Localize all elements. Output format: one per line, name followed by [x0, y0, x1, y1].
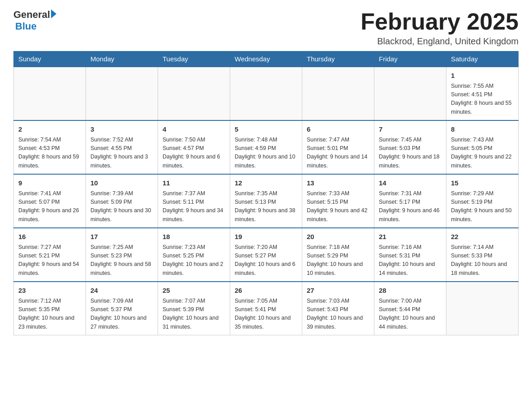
calendar-cell: 18Sunrise: 7:23 AM Sunset: 5:25 PM Dayli… — [158, 228, 230, 282]
calendar-cell: 21Sunrise: 7:16 AM Sunset: 5:31 PM Dayli… — [374, 228, 446, 282]
day-info: Sunrise: 7:12 AM Sunset: 5:35 PM Dayligh… — [18, 297, 81, 332]
calendar-cell: 20Sunrise: 7:18 AM Sunset: 5:29 PM Dayli… — [302, 228, 374, 282]
day-info: Sunrise: 7:45 AM Sunset: 5:03 PM Dayligh… — [379, 136, 442, 171]
calendar-cell: 22Sunrise: 7:14 AM Sunset: 5:33 PM Dayli… — [446, 228, 519, 282]
day-info: Sunrise: 7:23 AM Sunset: 5:25 PM Dayligh… — [163, 243, 225, 278]
calendar-cell: 8Sunrise: 7:43 AM Sunset: 5:05 PM Daylig… — [446, 120, 519, 174]
calendar-cell — [86, 67, 158, 120]
day-info: Sunrise: 7:27 AM Sunset: 5:21 PM Dayligh… — [18, 243, 81, 278]
calendar-cell: 9Sunrise: 7:41 AM Sunset: 5:07 PM Daylig… — [14, 174, 86, 228]
day-number: 17 — [90, 232, 153, 242]
day-number: 8 — [451, 124, 514, 135]
day-number: 18 — [163, 232, 225, 242]
day-info: Sunrise: 7:37 AM Sunset: 5:11 PM Dayligh… — [163, 189, 225, 224]
calendar-cell: 25Sunrise: 7:07 AM Sunset: 5:39 PM Dayli… — [158, 282, 230, 335]
day-number: 12 — [235, 178, 297, 188]
day-of-week-header: Saturday — [446, 51, 519, 67]
day-number: 14 — [379, 178, 442, 188]
calendar-cell: 5Sunrise: 7:48 AM Sunset: 4:59 PM Daylig… — [230, 120, 302, 174]
calendar-cell — [158, 67, 230, 120]
logo-text-general: General — [13, 9, 50, 21]
day-number: 20 — [307, 232, 369, 242]
day-number: 24 — [90, 286, 153, 296]
day-info: Sunrise: 7:50 AM Sunset: 4:57 PM Dayligh… — [163, 136, 225, 171]
day-info: Sunrise: 7:52 AM Sunset: 4:55 PM Dayligh… — [90, 136, 153, 171]
calendar-cell: 19Sunrise: 7:20 AM Sunset: 5:27 PM Dayli… — [230, 228, 302, 282]
calendar-cell: 6Sunrise: 7:47 AM Sunset: 5:01 PM Daylig… — [302, 120, 374, 174]
day-info: Sunrise: 7:31 AM Sunset: 5:17 PM Dayligh… — [379, 189, 442, 224]
day-info: Sunrise: 7:35 AM Sunset: 5:13 PM Dayligh… — [235, 189, 297, 224]
day-of-week-header: Sunday — [14, 51, 86, 67]
day-info: Sunrise: 7:18 AM Sunset: 5:29 PM Dayligh… — [307, 243, 369, 278]
calendar-cell — [302, 67, 374, 120]
day-of-week-header: Wednesday — [230, 51, 302, 67]
calendar-cell: 26Sunrise: 7:05 AM Sunset: 5:41 PM Dayli… — [230, 282, 302, 335]
day-number: 5 — [235, 124, 297, 135]
calendar-cell: 4Sunrise: 7:50 AM Sunset: 4:57 PM Daylig… — [158, 120, 230, 174]
calendar-cell: 3Sunrise: 7:52 AM Sunset: 4:55 PM Daylig… — [86, 120, 158, 174]
day-info: Sunrise: 7:39 AM Sunset: 5:09 PM Dayligh… — [90, 189, 153, 224]
logo-text-blue: Blue — [15, 21, 37, 32]
day-number: 7 — [379, 124, 442, 135]
day-info: Sunrise: 7:20 AM Sunset: 5:27 PM Dayligh… — [235, 243, 297, 278]
day-of-week-header: Friday — [374, 51, 446, 67]
calendar-week-row: 23Sunrise: 7:12 AM Sunset: 5:35 PM Dayli… — [14, 282, 519, 335]
calendar-cell: 24Sunrise: 7:09 AM Sunset: 5:37 PM Dayli… — [86, 282, 158, 335]
day-info: Sunrise: 7:03 AM Sunset: 5:43 PM Dayligh… — [307, 297, 369, 332]
day-number: 2 — [18, 124, 81, 135]
calendar-cell: 12Sunrise: 7:35 AM Sunset: 5:13 PM Dayli… — [230, 174, 302, 228]
day-number: 4 — [163, 124, 225, 135]
location-subtitle: Blackrod, England, United Kingdom — [360, 36, 519, 47]
day-number: 19 — [235, 232, 297, 242]
day-of-week-header: Tuesday — [158, 51, 230, 67]
day-number: 27 — [307, 286, 369, 296]
day-info: Sunrise: 7:14 AM Sunset: 5:33 PM Dayligh… — [451, 243, 514, 278]
day-number: 10 — [90, 178, 153, 188]
calendar-cell — [14, 67, 86, 120]
logo-arrow-icon — [51, 9, 56, 18]
day-info: Sunrise: 7:07 AM Sunset: 5:39 PM Dayligh… — [163, 297, 225, 332]
day-number: 6 — [307, 124, 369, 135]
calendar-cell: 17Sunrise: 7:25 AM Sunset: 5:23 PM Dayli… — [86, 228, 158, 282]
day-number: 11 — [163, 178, 225, 188]
day-number: 16 — [18, 232, 81, 242]
day-number: 1 — [451, 71, 514, 81]
calendar-cell — [230, 67, 302, 120]
logo: General Blue — [13, 9, 56, 32]
days-of-week-row: SundayMondayTuesdayWednesdayThursdayFrid… — [14, 51, 519, 67]
title-section: February 2025 Blackrod, England, United … — [360, 9, 519, 47]
day-info: Sunrise: 7:33 AM Sunset: 5:15 PM Dayligh… — [307, 189, 369, 224]
calendar-cell: 14Sunrise: 7:31 AM Sunset: 5:17 PM Dayli… — [374, 174, 446, 228]
day-number: 26 — [235, 286, 297, 296]
day-number: 15 — [451, 178, 514, 188]
day-number: 13 — [307, 178, 369, 188]
calendar-table: SundayMondayTuesdayWednesdayThursdayFrid… — [13, 51, 519, 335]
calendar-cell: 27Sunrise: 7:03 AM Sunset: 5:43 PM Dayli… — [302, 282, 374, 335]
day-number: 23 — [18, 286, 81, 296]
calendar-body: 1Sunrise: 7:55 AM Sunset: 4:51 PM Daylig… — [14, 67, 519, 335]
day-number: 21 — [379, 232, 442, 242]
day-info: Sunrise: 7:47 AM Sunset: 5:01 PM Dayligh… — [307, 136, 369, 171]
day-info: Sunrise: 7:29 AM Sunset: 5:19 PM Dayligh… — [451, 189, 514, 224]
calendar-cell: 11Sunrise: 7:37 AM Sunset: 5:11 PM Dayli… — [158, 174, 230, 228]
day-number: 28 — [379, 286, 442, 296]
day-number: 3 — [90, 124, 153, 135]
calendar-week-row: 1Sunrise: 7:55 AM Sunset: 4:51 PM Daylig… — [14, 67, 519, 120]
calendar-cell: 2Sunrise: 7:54 AM Sunset: 4:53 PM Daylig… — [14, 120, 86, 174]
calendar-cell: 7Sunrise: 7:45 AM Sunset: 5:03 PM Daylig… — [374, 120, 446, 174]
calendar-week-row: 2Sunrise: 7:54 AM Sunset: 4:53 PM Daylig… — [14, 120, 519, 174]
calendar-cell — [374, 67, 446, 120]
day-info: Sunrise: 7:54 AM Sunset: 4:53 PM Dayligh… — [18, 136, 81, 171]
calendar-cell: 15Sunrise: 7:29 AM Sunset: 5:19 PM Dayli… — [446, 174, 519, 228]
calendar-cell: 23Sunrise: 7:12 AM Sunset: 5:35 PM Dayli… — [14, 282, 86, 335]
day-info: Sunrise: 7:55 AM Sunset: 4:51 PM Dayligh… — [451, 82, 514, 117]
page-header: General Blue February 2025 Blackrod, Eng… — [13, 9, 519, 47]
calendar-cell: 13Sunrise: 7:33 AM Sunset: 5:15 PM Dayli… — [302, 174, 374, 228]
day-info: Sunrise: 7:48 AM Sunset: 4:59 PM Dayligh… — [235, 136, 297, 171]
calendar-cell: 16Sunrise: 7:27 AM Sunset: 5:21 PM Dayli… — [14, 228, 86, 282]
day-info: Sunrise: 7:41 AM Sunset: 5:07 PM Dayligh… — [18, 189, 81, 224]
day-number: 22 — [451, 232, 514, 242]
day-of-week-header: Thursday — [302, 51, 374, 67]
calendar-week-row: 16Sunrise: 7:27 AM Sunset: 5:21 PM Dayli… — [14, 228, 519, 282]
calendar-header: SundayMondayTuesdayWednesdayThursdayFrid… — [14, 51, 519, 67]
